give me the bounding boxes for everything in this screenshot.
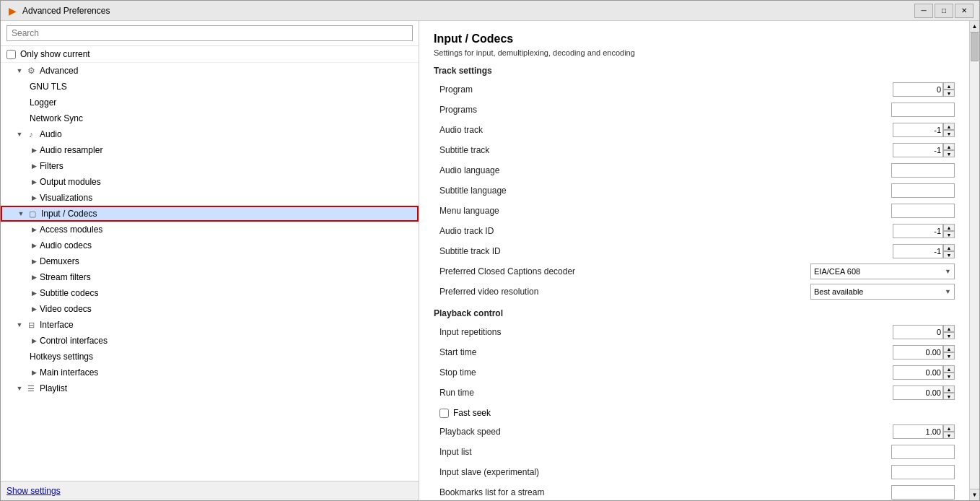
input-audio-track-id[interactable] xyxy=(893,224,943,238)
scroll-down-button[interactable]: ▼ xyxy=(970,489,980,500)
row-preferred-closed-captions: Preferred Closed Captions decoder EIA/CE… xyxy=(434,262,955,281)
sidebar-item-advanced[interactable]: ▼ ⚙ Advanced xyxy=(1,63,419,79)
spin-up-run-time[interactable]: ▲ xyxy=(943,385,955,393)
input-input-slave[interactable] xyxy=(891,465,955,479)
checkbox-fast-seek[interactable] xyxy=(439,409,449,418)
spin-up-audio-track[interactable]: ▲ xyxy=(943,123,955,130)
row-bookmarks: Bookmarks list for a stream xyxy=(434,483,955,500)
input-programs[interactable] xyxy=(891,103,955,117)
sidebar-item-visualizations[interactable]: ▶ Visualizations xyxy=(1,190,419,206)
spin-down-audio-track[interactable]: ▼ xyxy=(943,130,955,137)
spin-up-start-time[interactable]: ▲ xyxy=(943,345,955,352)
spin-up-stop-time[interactable]: ▲ xyxy=(943,365,955,373)
minimize-button[interactable]: ─ xyxy=(914,4,933,18)
sidebar-item-logger[interactable]: Logger xyxy=(1,95,419,110)
sidebar-item-stream-filters[interactable]: ▶ Stream filters xyxy=(1,269,419,285)
input-audio-track[interactable] xyxy=(893,123,943,137)
input-audio-language[interactable] xyxy=(891,163,955,178)
right-scrollbar[interactable]: ▲ ▼ xyxy=(969,21,979,500)
restore-button[interactable]: □ xyxy=(935,4,953,18)
show-settings-link[interactable]: Show settings xyxy=(6,486,61,496)
row-start-time: Start time ▲ ▼ xyxy=(434,343,955,362)
input-subtitle-track[interactable] xyxy=(893,143,943,157)
spin-up-input-repetitions[interactable]: ▲ xyxy=(943,325,955,332)
sidebar-item-interface[interactable]: ▼ ⊟ Interface xyxy=(1,317,419,333)
sidebar-item-control-interfaces[interactable]: ▶ Control interfaces xyxy=(1,333,419,349)
spin-up-playback-speed[interactable]: ▲ xyxy=(943,424,955,432)
input-subtitle-track-id[interactable] xyxy=(893,244,943,258)
section-title: Input / Codecs xyxy=(434,32,955,45)
input-input-list[interactable] xyxy=(891,445,955,459)
spin-down-input-repetitions[interactable]: ▼ xyxy=(943,332,955,339)
dropdown-preferred-video-resolution[interactable]: Best available ▼ xyxy=(810,284,955,300)
sidebar-item-filters[interactable]: ▶ Filters xyxy=(1,158,419,174)
control-input-repetitions: ▲ ▼ xyxy=(893,325,955,339)
search-input[interactable] xyxy=(6,25,413,41)
input-start-time[interactable] xyxy=(893,345,943,360)
spin-buttons-stop-time: ▲ ▼ xyxy=(943,365,955,380)
sidebar-item-output-modules[interactable]: ▶ Output modules xyxy=(1,174,419,190)
chevron-down-icon: ▼ xyxy=(945,268,951,275)
row-program: Program ▲ ▼ xyxy=(434,80,955,99)
sidebar-item-audio[interactable]: ▼ ♪ Audio xyxy=(1,126,419,142)
sidebar-item-input-codecs[interactable]: ▼ ▢ Input / Codecs xyxy=(1,206,419,222)
spin-up-program[interactable]: ▲ xyxy=(943,82,955,90)
only-current-checkbox[interactable] xyxy=(6,50,16,59)
sidebar-item-access-modules[interactable]: ▶ Access modules xyxy=(1,222,419,238)
spin-down-start-time[interactable]: ▼ xyxy=(943,352,955,360)
sidebar-item-demuxers[interactable]: ▶ Demuxers xyxy=(1,253,419,269)
label-bookmarks: Bookmarks list for a stream xyxy=(434,487,891,497)
scroll-up-button[interactable]: ▲ xyxy=(970,21,980,32)
input-bookmarks[interactable] xyxy=(891,485,955,500)
spin-up-audio-track-id[interactable]: ▲ xyxy=(943,224,955,231)
sidebar-item-label: Access modules xyxy=(40,225,102,235)
input-menu-language[interactable] xyxy=(891,204,955,218)
input-input-repetitions[interactable] xyxy=(893,325,943,339)
spin-down-program[interactable]: ▼ xyxy=(943,90,955,97)
label-fast-seek: Fast seek xyxy=(453,408,491,418)
spin-down-stop-time[interactable]: ▼ xyxy=(943,373,955,380)
spin-buttons-run-time: ▲ ▼ xyxy=(943,385,955,400)
sidebar-item-label: Filters xyxy=(40,161,64,171)
group-track-settings: Track settings xyxy=(434,66,955,76)
input-playback-speed[interactable] xyxy=(893,424,943,439)
row-input-slave: Input slave (experimental) xyxy=(434,463,955,482)
input-stop-time[interactable] xyxy=(893,365,943,380)
spin-down-run-time[interactable]: ▼ xyxy=(943,393,955,400)
spin-down-audio-track-id[interactable]: ▼ xyxy=(943,231,955,238)
control-run-time: ▲ ▼ xyxy=(893,385,955,400)
sidebar-item-main-interfaces[interactable]: ▶ Main interfaces xyxy=(1,365,419,380)
input-subtitle-language[interactable] xyxy=(891,183,955,198)
spin-down-subtitle-track[interactable]: ▼ xyxy=(943,150,955,157)
sidebar-item-audio-codecs[interactable]: ▶ Audio codecs xyxy=(1,238,419,253)
sidebar-item-video-codecs[interactable]: ▶ Video codecs xyxy=(1,301,419,317)
control-start-time: ▲ ▼ xyxy=(893,345,955,360)
control-audio-track: ▲ ▼ xyxy=(893,123,955,137)
sidebar-item-network-sync[interactable]: Network Sync xyxy=(1,110,419,126)
row-subtitle-track: Subtitle track ▲ ▼ xyxy=(434,141,955,160)
chevron-down-icon: ▼ xyxy=(17,209,25,218)
spin-up-subtitle-track[interactable]: ▲ xyxy=(943,143,955,150)
sidebar-item-playlist[interactable]: ▼ ☰ Playlist xyxy=(1,380,419,396)
spin-down-subtitle-track-id[interactable]: ▼ xyxy=(943,251,955,258)
sidebar-item-audio-resampler[interactable]: ▶ Audio resampler xyxy=(1,142,419,158)
dropdown-preferred-closed-captions[interactable]: EIA/CEA 608 ▼ xyxy=(810,263,955,279)
label-playback-speed: Playback speed xyxy=(434,427,893,437)
sidebar-item-label: Audio xyxy=(40,129,62,139)
input-codecs-icon: ▢ xyxy=(27,208,38,219)
input-program[interactable] xyxy=(893,82,943,97)
row-run-time: Run time ▲ ▼ xyxy=(434,383,955,402)
sidebar-item-subtitle-codecs[interactable]: ▶ Subtitle codecs xyxy=(1,285,419,301)
sidebar-item-hotkeys-settings[interactable]: Hotkeys settings xyxy=(1,349,419,365)
spin-down-playback-speed[interactable]: ▼ xyxy=(943,432,955,439)
spin-buttons-audio-track-id: ▲ ▼ xyxy=(943,224,955,238)
close-button[interactable]: ✕ xyxy=(955,4,974,18)
row-audio-track-id: Audio track ID ▲ ▼ xyxy=(434,222,955,240)
scroll-thumb[interactable] xyxy=(971,32,979,61)
label-input-slave: Input slave (experimental) xyxy=(434,467,891,477)
spin-up-subtitle-track-id[interactable]: ▲ xyxy=(943,244,955,251)
control-program: ▲ ▼ xyxy=(893,82,955,97)
input-run-time[interactable] xyxy=(893,385,943,400)
control-stop-time: ▲ ▼ xyxy=(893,365,955,380)
sidebar-item-gnu-tls[interactable]: GNU TLS xyxy=(1,79,419,95)
